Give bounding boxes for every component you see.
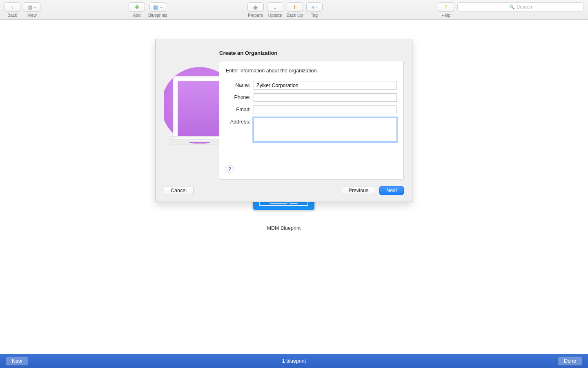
help-icon: ? <box>444 4 447 10</box>
next-button[interactable]: Next <box>379 186 404 195</box>
phone-row: Phone: <box>226 93 397 102</box>
blueprint-label: MDM Blueprint <box>267 225 301 231</box>
sheet-illustration <box>164 61 219 180</box>
status-text: 1 blueprint <box>0 358 588 364</box>
backup-button[interactable]: ⬆ <box>287 2 303 11</box>
search-label-spacer <box>520 13 521 18</box>
cancel-button[interactable]: Cancel <box>164 186 194 195</box>
create-organization-sheet: Create an Organization Enter information… <box>155 39 412 202</box>
search-input[interactable]: 🔍 Search <box>457 2 584 11</box>
view-group: ▦ ⌄ View <box>24 2 40 18</box>
new-button[interactable]: New <box>6 357 28 366</box>
grid-icon: ▦ <box>27 4 32 10</box>
chevron-left-icon: ‹ <box>11 4 13 10</box>
address-row: Address: <box>226 118 397 141</box>
previous-button[interactable]: Previous <box>342 186 376 195</box>
globe-icon: ◉ <box>253 4 258 10</box>
sheet-buttons: Cancel Previous Next <box>164 186 404 195</box>
name-field[interactable] <box>254 81 397 90</box>
blueprints-group: ▦ ⌄ Blueprints <box>148 2 167 18</box>
sheet-title: Create an Organization <box>219 50 404 56</box>
chevron-down-icon: ⌄ <box>33 5 37 9</box>
done-button[interactable]: Done <box>558 357 582 366</box>
help-button[interactable]: ? <box>438 2 454 11</box>
blueprints-button[interactable]: ▦ ⌄ <box>149 2 166 11</box>
name-row: Name: <box>226 81 397 90</box>
toolbar: ‹ Back ▦ ⌄ View ✚ Add ▦ ⌄ Blueprint <box>0 0 588 20</box>
backup-label: Back Up <box>287 13 303 18</box>
backup-group: ⬆ Back Up <box>287 2 303 18</box>
update-label: Update <box>268 13 282 18</box>
form-panel: Enter information about the organization… <box>219 61 404 180</box>
help-group: ? Help <box>438 2 454 18</box>
plus-icon: ✚ <box>135 4 139 10</box>
download-icon: ⇣ <box>273 4 277 10</box>
back-button[interactable]: ‹ <box>4 2 20 11</box>
add-button[interactable]: ✚ <box>129 2 145 11</box>
email-row: Email: <box>226 105 397 114</box>
name-label: Name: <box>226 81 254 88</box>
update-button[interactable]: ⇣ <box>267 2 283 11</box>
tag-group: 🏷 Tag <box>306 2 323 18</box>
tag-label: Tag <box>311 13 318 18</box>
search-placeholder: Search <box>517 4 532 10</box>
back-label: Back <box>7 13 17 18</box>
blueprints-label: Blueprints <box>148 13 167 18</box>
add-label: Add <box>133 13 141 18</box>
sheet-help-button[interactable]: ? <box>226 165 234 173</box>
back-group: ‹ Back <box>4 2 20 18</box>
bottom-bar: New 1 blueprint Done <box>0 354 588 368</box>
tag-icon: 🏷 <box>312 5 316 9</box>
blueprints-icon: ▦ <box>153 4 158 10</box>
prepare-button[interactable]: ◉ <box>247 2 264 11</box>
content-area: MDM Blueprint Create an Organization Ent… <box>0 20 588 354</box>
up-arrow-icon: ⬆ <box>292 4 297 10</box>
chevron-down-icon: ⌄ <box>159 5 163 9</box>
add-group: ✚ Add <box>129 2 145 18</box>
phone-label: Phone: <box>226 93 254 100</box>
phone-field[interactable] <box>254 93 397 102</box>
view-label: View <box>27 13 37 18</box>
address-label: Address: <box>226 118 254 125</box>
email-field[interactable] <box>254 105 397 114</box>
address-field[interactable] <box>254 118 397 141</box>
form-description: Enter information about the organization… <box>226 68 397 74</box>
update-group: ⇣ Update <box>267 2 283 18</box>
search-group: 🔍 Search <box>457 2 584 18</box>
prepare-label: Prepare <box>248 13 263 18</box>
help-label: Help <box>441 13 450 18</box>
tag-button[interactable]: 🏷 <box>306 2 323 11</box>
search-icon: 🔍 <box>509 5 515 9</box>
prepare-group: ◉ Prepare <box>247 2 264 18</box>
email-label: Email: <box>226 105 254 112</box>
view-button[interactable]: ▦ ⌄ <box>24 2 40 11</box>
